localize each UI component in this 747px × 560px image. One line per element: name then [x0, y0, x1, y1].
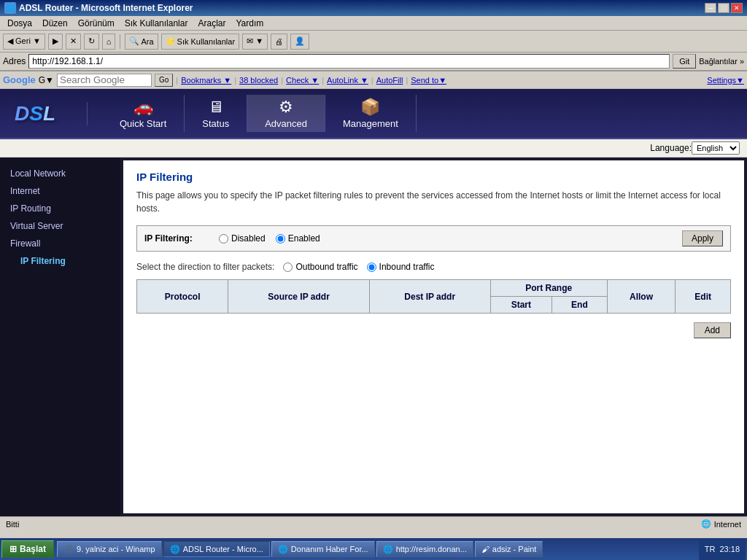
language-label: Language:	[650, 143, 692, 153]
favorites-button[interactable]: ⭐ Sık Kullanılanlar	[161, 34, 240, 50]
status-right: 🌐 Internet	[701, 519, 741, 529]
autofill-button[interactable]: AutoFill	[376, 76, 403, 85]
add-button[interactable]: Add	[694, 322, 731, 338]
paint-icon: 🖌	[481, 545, 489, 553]
refresh-button[interactable]: ↻	[84, 34, 99, 50]
close-button[interactable]: ✕	[731, 3, 743, 13]
home-button[interactable]: ⌂	[102, 34, 116, 50]
forward-button[interactable]: ▶	[48, 34, 63, 50]
disabled-radio[interactable]	[219, 234, 228, 244]
address-bar: Adres Git Bağlantılar »	[0, 52, 747, 71]
outbound-option[interactable]: Outbound traffic	[283, 262, 357, 272]
col-edit: Edit	[676, 280, 731, 314]
google-logo: Google	[3, 74, 36, 85]
minimize-button[interactable]: ─	[705, 3, 716, 13]
advanced-icon: ⚙	[279, 98, 293, 117]
outbound-radio[interactable]	[283, 262, 293, 272]
status-text: Bitti	[6, 520, 19, 529]
taskbar-ie-router[interactable]: 🌐 ADSL Router - Micro...	[163, 541, 270, 557]
nav-management-label: Management	[343, 118, 398, 129]
menu-favorites[interactable]: Sık Kullanılanlar	[120, 18, 193, 29]
windows-icon: ⊞	[9, 544, 17, 554]
paint-label: adsiz - Paint	[492, 545, 537, 553]
nav-status[interactable]: 🖥 Status	[185, 95, 247, 132]
user-button[interactable]: 👤	[290, 34, 309, 50]
taskbar-items: 🎵 9. yalniz aci - Winamp 🌐 ADSL Router -…	[57, 541, 699, 557]
direction-label: Select the direction to filter packets:	[136, 262, 274, 272]
sendto-button[interactable]: Send to▼	[411, 76, 446, 85]
address-input[interactable]	[28, 54, 670, 69]
go-button[interactable]: Git	[673, 54, 696, 69]
mail-button[interactable]: ✉ ▼	[242, 34, 268, 50]
nav-management[interactable]: 📦 Management	[325, 95, 417, 132]
nav-status-label: Status	[202, 118, 229, 129]
menu-duzen[interactable]: Düzen	[38, 18, 72, 29]
language-select[interactable]: English Turkish German	[692, 141, 740, 155]
nav-items: 🚗 Quick Start 🖥 Status ⚙ Advanced 📦 Mana…	[88, 95, 431, 132]
bookmarks-button[interactable]: Bookmarks ▼	[181, 76, 231, 85]
sidebar-item-firewall[interactable]: Firewall	[0, 235, 120, 252]
apply-button[interactable]: Apply	[682, 230, 723, 246]
google-bar: Google G▼ Go | Bookmarks ▼ | 38 blocked …	[0, 71, 747, 89]
enabled-label: Enabled	[288, 233, 320, 244]
sidebar-item-local-network[interactable]: Local Network	[0, 165, 120, 182]
ip-filtering-row: IP Filtering: Disabled Enabled Apply	[136, 225, 731, 252]
filtering-label: IP Filtering:	[144, 233, 210, 244]
check-button[interactable]: Check ▼	[286, 76, 319, 85]
settings-button[interactable]: Settings▼	[707, 76, 744, 85]
address-label: Adres	[3, 56, 26, 66]
blocked-button[interactable]: 38 blocked	[239, 76, 278, 85]
google-go-button[interactable]: Go	[155, 74, 173, 87]
menu-yardim[interactable]: Yardım	[231, 18, 268, 29]
nav-advanced[interactable]: ⚙ Advanced	[247, 95, 325, 132]
page-description: This page allows you to specify the IP p…	[136, 189, 731, 215]
menu-dosya[interactable]: Dosya	[3, 18, 36, 29]
start-button[interactable]: ⊞ Başlat	[1, 540, 54, 558]
maximize-button[interactable]: □	[718, 3, 729, 13]
inbound-radio[interactable]	[367, 262, 376, 272]
enabled-radio[interactable]	[276, 234, 285, 244]
sidebar-item-ip-routing[interactable]: IP Routing	[0, 200, 120, 217]
start-label: Başlat	[20, 544, 46, 554]
image-label: http://resim.donan...	[396, 545, 467, 553]
taskbar-right: TR 23:18	[699, 538, 746, 560]
taskbar-donanimhaber[interactable]: 🌐 Donanım Haber For...	[271, 541, 375, 557]
nav-advanced-label: Advanced	[265, 118, 307, 129]
menu-goruntum[interactable]: Görünüm	[74, 18, 119, 29]
taskbar: ⊞ Başlat 🎵 9. yalniz aci - Winamp 🌐 ADSL…	[0, 538, 747, 560]
inbound-option[interactable]: Inbound traffic	[367, 262, 435, 272]
sidebar-item-ip-filtering[interactable]: IP Filtering	[0, 252, 120, 270]
col-protocol: Protocol	[137, 280, 228, 314]
menu-araclar[interactable]: Araçlar	[193, 18, 230, 29]
autolink-button[interactable]: AutoLink ▼	[327, 76, 368, 85]
sidebar-item-internet[interactable]: Internet	[0, 182, 120, 200]
col-allow: Allow	[607, 280, 675, 314]
winamp-label: 9. yalniz aci - Winamp	[77, 545, 155, 553]
title-bar: 🌐 ADSL Router - Microsoft Internet Explo…	[0, 0, 747, 16]
menu-bar: Dosya Düzen Görünüm Sık Kullanılanlar Ar…	[0, 16, 747, 31]
enabled-option[interactable]: Enabled	[276, 233, 320, 244]
filtering-radio-group: Disabled Enabled	[219, 233, 673, 244]
window-controls: ─ □ ✕	[705, 3, 743, 13]
col-port-end: End	[552, 297, 608, 314]
toolbar: ◀ ◀ GeriGeri ▼ ▶ ✕ ↻ ⌂ 🔍 Ara ⭐ Sık Kulla…	[0, 31, 747, 52]
taskbar-image[interactable]: 🌐 http://resim.donan...	[376, 541, 473, 557]
disabled-option[interactable]: Disabled	[219, 233, 266, 244]
links-button[interactable]: Bağlantılar »	[699, 57, 744, 66]
taskbar-paint[interactable]: 🖌 adsiz - Paint	[475, 541, 543, 557]
main-area: Local Network Internet IP Routing Virtua…	[0, 158, 747, 516]
google-search-input[interactable]	[57, 74, 152, 87]
status-bar: Bitti 🌐 Internet	[0, 516, 747, 531]
nav-quick-start[interactable]: 🚗 Quick Start	[102, 95, 185, 132]
back-button[interactable]: ◀ ◀ GeriGeri ▼	[3, 34, 45, 50]
stop-button[interactable]: ✕	[66, 34, 81, 50]
lang-indicator: TR	[705, 545, 716, 553]
window-title: ADSL Router - Microsoft Internet Explore…	[19, 3, 193, 13]
outbound-label: Outbound traffic	[295, 262, 357, 272]
search-button[interactable]: 🔍 Ara	[125, 34, 158, 50]
taskbar-winamp[interactable]: 🎵 9. yalniz aci - Winamp	[57, 541, 162, 557]
sidebar-item-virtual-server[interactable]: Virtual Server	[0, 217, 120, 235]
status-icon: 🖥	[208, 98, 224, 117]
quick-start-icon: 🚗	[133, 98, 153, 117]
print-button[interactable]: 🖨	[271, 34, 287, 50]
